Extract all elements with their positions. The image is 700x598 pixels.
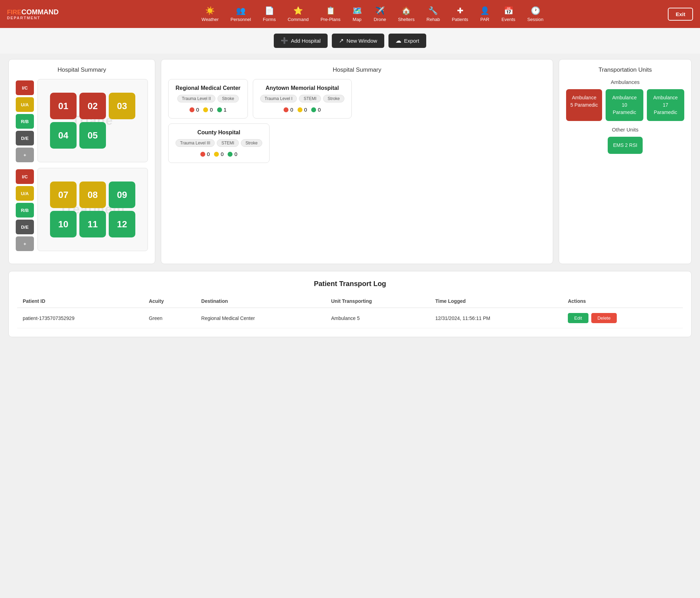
exit-button[interactable]: Exit (668, 8, 693, 21)
other-unit-card-0[interactable]: EMS 2 RSI (608, 137, 643, 154)
dot-yellow (298, 107, 302, 112)
zone-label-RB-treatment[interactable]: R/B (16, 203, 34, 218)
par-icon: 👤 (480, 6, 490, 15)
patient-card-05[interactable]: 05 (79, 122, 106, 149)
export-button[interactable]: ☁ Export (388, 34, 426, 48)
hospital-tag: Stroke (217, 95, 239, 102)
nav-item-drone[interactable]: ✈️Drone (370, 4, 390, 24)
left-panel: Hospital Summary I/CU/AR/BD/E+Triage0102… (8, 59, 155, 264)
app-logo[interactable]: FIRECOMMAND DEPARTMENT (7, 8, 63, 20)
header: FIRECOMMAND DEPARTMENT ☀️Weather👥Personn… (0, 0, 700, 28)
dot-red (200, 152, 205, 157)
zone-label-DE-treatment[interactable]: D/E (16, 220, 34, 234)
add-icon: ➕ (281, 37, 288, 44)
new-window-button[interactable]: ↗ New Window (332, 34, 384, 48)
count-value: 0 (210, 107, 213, 113)
col-acuity: Acuity (143, 295, 196, 308)
hospital-counts: 000 (176, 151, 262, 157)
zone-label-UA-treatment[interactable]: U/A (16, 186, 34, 201)
delete-button-0[interactable]: Delete (591, 313, 617, 323)
add-hospital-button[interactable]: ➕ Add Hospital (274, 34, 328, 48)
cell-4: 12/31/2024, 11:56:11 PM (430, 308, 562, 328)
patient-card-01[interactable]: 01 (50, 93, 77, 119)
nav-label-par: PAR (480, 17, 490, 22)
hospital-tag: STEMI (299, 95, 321, 102)
patient-card-04[interactable]: 04 (50, 122, 77, 149)
nav-item-personnel[interactable]: 👥Personnel (226, 4, 255, 24)
hospital-tag: Stroke (323, 95, 344, 102)
hospital-tag: Trauma Level III (176, 139, 215, 147)
hospital-tag: Trauma Level II (177, 95, 215, 102)
actions-cell: EditDelete (562, 308, 683, 328)
nav-item-preplans[interactable]: 📋Pre-Plans (316, 4, 345, 24)
nav-label-patients: Patients (452, 17, 468, 22)
nav-item-events[interactable]: 📅Events (497, 4, 520, 24)
edit-button-0[interactable]: Edit (568, 313, 588, 323)
hospital-tag: Trauma Level I (260, 95, 297, 102)
patient-card-11[interactable]: 11 (79, 211, 106, 237)
other-units-grid: EMS 2 RSI (566, 137, 684, 154)
personnel-icon: 👥 (236, 6, 245, 15)
hospital-tags: Trauma Level IIISTEMIStroke (176, 139, 262, 147)
nav-item-rehab[interactable]: 🔧Rehab (422, 4, 444, 24)
dot-yellow (214, 152, 219, 157)
count-yellow: 0 (298, 107, 307, 113)
patient-card-08[interactable]: 08 (79, 181, 106, 208)
export-icon: ☁ (395, 37, 401, 44)
nav-label-events: Events (501, 17, 515, 22)
nav-label-forms: Forms (263, 17, 276, 22)
ambulance-card-1[interactable]: Ambulance 10 Paramedic (606, 89, 643, 121)
hospital-name: County Hospital (176, 129, 262, 136)
zone-label-DE-triage[interactable]: D/E (16, 131, 34, 145)
nav-item-command[interactable]: ⭐Command (284, 4, 313, 24)
dot-yellow (203, 107, 208, 112)
ambulance-card-2[interactable]: Ambulance 17 Paramedic (647, 89, 684, 121)
log-table-body: patient-1735707352929GreenRegional Medic… (17, 308, 683, 328)
zone-board-treatment: Treatment070809101112 (37, 168, 148, 251)
zone-label-+-treatment[interactable]: + (16, 236, 34, 251)
nav-item-weather[interactable]: ☀️Weather (197, 4, 223, 24)
count-value: 1 (224, 107, 227, 113)
nav-item-forms[interactable]: 📄Forms (259, 4, 280, 24)
col-time-logged: Time Logged (430, 295, 562, 308)
zone-treatment: I/CU/AR/BD/E+Treatment070809101112 (16, 168, 148, 251)
nav-label-rehab: Rehab (427, 17, 440, 22)
nav-label-personnel: Personnel (230, 17, 251, 22)
dot-green (311, 107, 316, 112)
ambulance-card-0[interactable]: Ambulance 5 Paramedic (566, 89, 602, 121)
patient-card-10[interactable]: 10 (50, 211, 77, 237)
col-destination: Destination (196, 295, 326, 308)
weather-icon: ☀️ (205, 6, 215, 15)
patient-card-07[interactable]: 07 (50, 181, 77, 208)
nav-item-patients[interactable]: ✚Patients (448, 4, 472, 24)
shelters-icon: 🏠 (401, 6, 411, 15)
rehab-icon: 🔧 (428, 6, 438, 15)
nav-label-drone: Drone (374, 17, 386, 22)
hospital-tag: Stroke (241, 139, 262, 147)
count-green: 1 (217, 107, 227, 113)
hospital-cards: Regional Medical CenterTrauma Level IISt… (168, 79, 546, 163)
right-panel-title: Transportation Units (566, 66, 684, 73)
patient-card-09[interactable]: 09 (109, 181, 135, 208)
nav-item-session[interactable]: 🕐Session (523, 4, 548, 24)
nav-item-map[interactable]: 🗺️Map (348, 4, 366, 24)
log-table: Patient IDAcuityDestinationUnit Transpor… (17, 295, 683, 328)
nav-item-shelters[interactable]: 🏠Shelters (394, 4, 419, 24)
zone-board-triage: Triage0102030405 (37, 79, 148, 162)
zone-label-RB-triage[interactable]: R/B (16, 114, 34, 129)
hospital-row-2: County HospitalTrauma Level IIISTEMIStro… (168, 123, 546, 163)
hospital-card-2[interactable]: County HospitalTrauma Level IIISTEMIStro… (168, 123, 270, 163)
zone-label-+-triage[interactable]: + (16, 148, 34, 162)
hospital-card-0[interactable]: Regional Medical CenterTrauma Level IISt… (168, 79, 248, 119)
log-table-header: Patient IDAcuityDestinationUnit Transpor… (17, 295, 683, 308)
nav-item-par[interactable]: 👤PAR (476, 4, 494, 24)
patient-card-12[interactable]: 12 (109, 211, 135, 237)
zone-label-IC-treatment[interactable]: I/C (16, 169, 34, 184)
zone-label-UA-triage[interactable]: U/A (16, 97, 34, 112)
zone-label-IC-triage[interactable]: I/C (16, 80, 34, 95)
count-value: 0 (207, 151, 210, 157)
zones-container: I/CU/AR/BD/E+Triage0102030405I/CU/AR/BD/… (16, 79, 148, 251)
patient-card-02[interactable]: 02 (79, 93, 106, 119)
hospital-card-1[interactable]: Anytown Memorial HospitalTrauma Level IS… (253, 79, 352, 119)
patient-card-03[interactable]: 03 (109, 93, 135, 119)
